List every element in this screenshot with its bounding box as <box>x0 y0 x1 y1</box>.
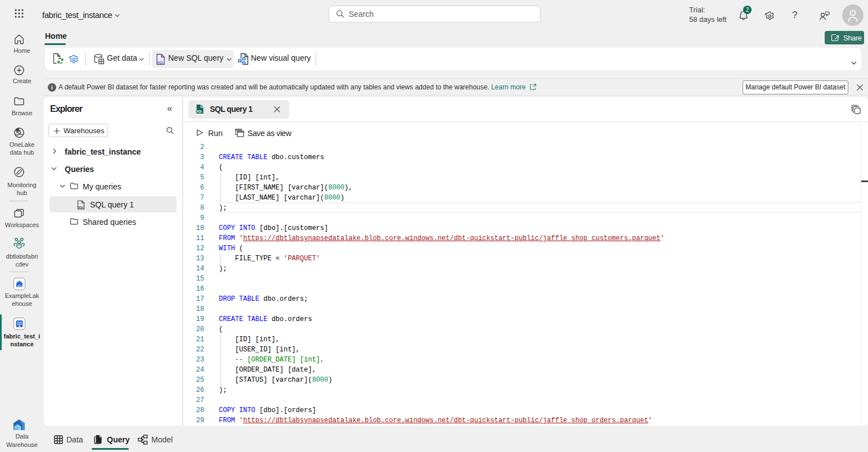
svg-text:SQL: SQL <box>196 110 203 113</box>
svg-text:SQL: SQL <box>157 61 164 64</box>
svg-text:SQL: SQL <box>78 206 84 209</box>
